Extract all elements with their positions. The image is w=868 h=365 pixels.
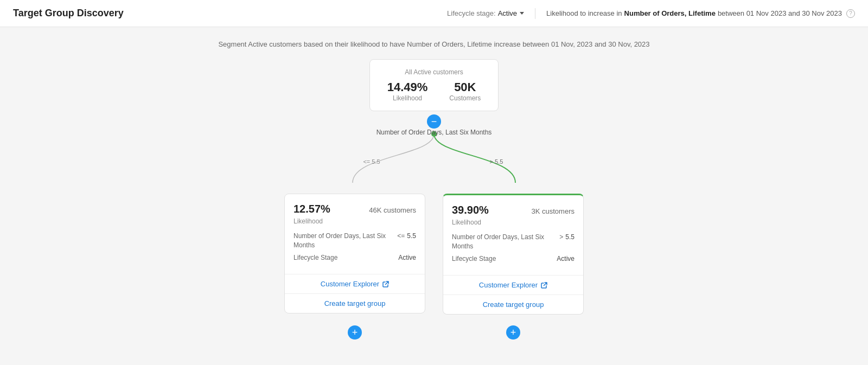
right-detail1-operator: > <box>559 233 563 251</box>
right-card-footer: Customer Explorer <box>443 275 583 294</box>
header-controls: Lifecycle stage: Active Likelihood to in… <box>447 8 855 19</box>
left-branch-body: 12.57% 46K customers Likelihood Number o… <box>285 194 425 274</box>
root-card: All Active customers 14.49% Likelihood 5… <box>369 59 499 111</box>
left-likelihood-label: Likelihood <box>293 217 416 225</box>
tree-connector: <= 5.5 > 5.5 Number of Order Days, Last … <box>271 129 597 194</box>
right-create-target-button[interactable]: Create target group <box>443 294 583 314</box>
right-detail-1: Number of Order Days, Last Six Months > … <box>452 233 575 251</box>
right-add-branch-button[interactable]: + <box>506 325 520 340</box>
likelihood-metric: Number of Orders, Lifetime <box>624 9 716 17</box>
left-plus-cell: + <box>284 320 425 340</box>
right-stat-row: 39.90% 3K customers <box>452 204 575 216</box>
connector-svg: <= 5.5 > 5.5 <box>271 129 597 194</box>
header-divider <box>535 8 535 19</box>
left-explorer-label: Customer Explorer <box>321 280 379 288</box>
left-detail1-value: 5.5 <box>407 232 416 250</box>
right-branch-card: 39.90% 3K customers Likelihood Number of… <box>443 194 584 315</box>
right-detail-2: Lifecycle Stage Active <box>452 254 575 264</box>
right-explorer-label: Customer Explorer <box>479 281 538 289</box>
likelihood-section: Likelihood to increase in Number of Orde… <box>546 9 855 18</box>
right-details: Number of Order Days, Last Six Months > … <box>452 233 575 263</box>
root-subtitle: All Active customers <box>387 68 481 76</box>
svg-text:<= 5.5: <= 5.5 <box>363 158 380 165</box>
left-card-footer: Customer Explorer <box>285 274 425 293</box>
left-customer-explorer-link[interactable]: Customer Explorer <box>293 280 416 288</box>
root-customers-value: 50K <box>449 80 481 94</box>
external-link-icon-left <box>382 281 389 287</box>
right-detail1-value: 5.5 <box>565 233 575 251</box>
right-customer-explorer-link[interactable]: Customer Explorer <box>452 281 575 289</box>
right-detail2-value: Active <box>557 254 575 264</box>
left-details: Number of Order Days, Last Six Months <=… <box>293 232 416 262</box>
likelihood-between: between 01 Nov 2023 and 30 Nov 2023 <box>718 9 842 17</box>
left-detail1-operator: <= <box>397 232 405 250</box>
left-detail2-key: Lifecycle Stage <box>293 253 398 262</box>
root-likelihood-block: 14.49% Likelihood <box>387 80 428 102</box>
lifecycle-active-text: Active <box>498 9 517 17</box>
info-icon[interactable]: ? <box>846 9 855 18</box>
page-title: Target Group Discovery <box>13 8 124 19</box>
root-customers-label: Customers <box>449 94 481 102</box>
lifecycle-label: Lifecycle stage: <box>447 9 496 17</box>
root-likelihood-value: 14.49% <box>387 80 428 94</box>
right-likelihood-label: Likelihood <box>452 219 575 226</box>
likelihood-prefix: Likelihood to increase in <box>546 9 622 17</box>
right-detail1-key: Number of Order Days, Last Six Months <box>452 233 559 251</box>
right-likelihood-value: 39.90% <box>452 204 489 216</box>
right-branch-body: 39.90% 3K customers Likelihood Number of… <box>443 195 583 275</box>
lifecycle-value-button[interactable]: Active <box>498 9 524 17</box>
external-link-icon-right <box>541 282 547 289</box>
left-stat-row: 12.57% 46K customers <box>293 203 416 215</box>
left-create-target-button[interactable]: Create target group <box>285 293 425 313</box>
root-likelihood-label: Likelihood <box>387 94 428 102</box>
root-customers-block: 50K Customers <box>449 80 481 102</box>
left-branch-card: 12.57% 46K customers Likelihood Number o… <box>284 194 425 313</box>
main-content: Segment Active customers based on their … <box>0 27 868 353</box>
left-add-branch-button[interactable]: + <box>348 325 362 340</box>
left-detail-1: Number of Order Days, Last Six Months <=… <box>293 232 416 250</box>
plus-buttons-row: + + <box>284 320 584 340</box>
lifecycle-chevron-icon <box>520 12 524 15</box>
svg-text:> 5.5: > 5.5 <box>490 158 503 165</box>
right-detail2-key: Lifecycle Stage <box>452 254 557 264</box>
split-label: Number of Order Days, Last Six Months <box>376 129 492 136</box>
left-detail1-key: Number of Order Days, Last Six Months <box>293 232 397 250</box>
branch-row: 12.57% 46K customers Likelihood Number o… <box>284 194 584 315</box>
left-customers-value: 46K customers <box>369 206 416 214</box>
segment-description: Segment Active customers based on their … <box>218 40 649 48</box>
right-customers-value: 3K customers <box>532 207 575 215</box>
right-plus-cell: + <box>443 320 584 340</box>
left-detail2-value: Active <box>398 253 416 262</box>
root-stats: 14.49% Likelihood 50K Customers <box>387 80 481 102</box>
collapse-button[interactable]: − <box>427 114 441 129</box>
page-header: Target Group Discovery Lifecycle stage: … <box>0 0 868 27</box>
lifecycle-section: Lifecycle stage: Active <box>447 9 524 17</box>
tree-container: All Active customers 14.49% Likelihood 5… <box>190 59 678 340</box>
left-likelihood-value: 12.57% <box>293 203 330 215</box>
left-detail-2: Lifecycle Stage Active <box>293 253 416 262</box>
